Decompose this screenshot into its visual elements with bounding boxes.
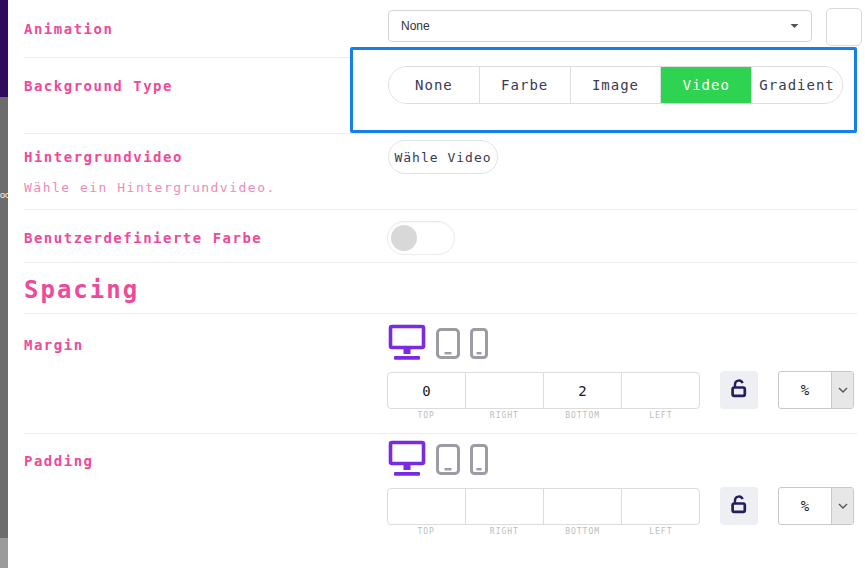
animation-label: Animation	[24, 21, 113, 37]
background-page-strip-top	[0, 0, 8, 97]
margin-inputs	[387, 372, 700, 409]
background-type-option-image[interactable]: Image	[571, 67, 662, 103]
background-video-description: Wähle ein Hintergrundvideo.	[24, 180, 276, 195]
margin-right-input[interactable]	[466, 373, 543, 408]
padding-top-caption: TOP	[387, 527, 465, 536]
animation-select[interactable]: None	[388, 10, 812, 42]
desktop-icon[interactable]	[388, 440, 426, 477]
mobile-icon[interactable]	[470, 328, 488, 359]
chevron-down-icon	[831, 372, 853, 408]
margin-left-input[interactable]	[622, 373, 699, 408]
toggle-knob	[391, 225, 417, 251]
padding-right-input[interactable]	[466, 489, 543, 524]
row-divider	[24, 133, 857, 134]
tablet-icon[interactable]	[436, 444, 460, 475]
settings-panel: oc Animation None Background Type None F…	[0, 0, 865, 568]
background-type-option-none[interactable]: None	[389, 67, 480, 103]
padding-unit-value: %	[779, 488, 831, 524]
margin-link-values-button[interactable]	[720, 371, 758, 409]
background-video-label: Hintergrundvideo	[24, 149, 183, 165]
background-type-label: Background Type	[24, 78, 173, 94]
background-type-button-group: None Farbe Image Video Gradient	[388, 66, 843, 104]
padding-bottom-caption: BOTTOM	[544, 527, 622, 536]
desktop-icon[interactable]	[388, 324, 426, 361]
padding-top-input[interactable]	[388, 489, 465, 524]
padding-unit-select[interactable]: %	[778, 487, 854, 525]
background-page-strip-bottom	[0, 538, 8, 568]
margin-device-switcher	[388, 324, 488, 361]
padding-inputs	[387, 488, 700, 525]
row-divider	[24, 313, 857, 314]
row-divider	[24, 262, 857, 263]
padding-device-switcher	[388, 440, 488, 477]
padding-label: Padding	[24, 453, 94, 469]
row-divider	[24, 433, 857, 434]
background-page-strip: oc	[0, 0, 8, 568]
background-type-option-gradient[interactable]: Gradient	[752, 67, 842, 103]
margin-label: Margin	[24, 337, 84, 353]
margin-bottom-caption: BOTTOM	[544, 411, 622, 420]
padding-side-labels: TOP RIGHT BOTTOM LEFT	[387, 527, 700, 536]
unlock-icon	[729, 494, 749, 518]
choose-video-button[interactable]: Wähle Video	[388, 140, 498, 174]
empty-swatch-box[interactable]	[826, 8, 862, 46]
padding-bottom-input[interactable]	[544, 489, 621, 524]
margin-side-labels: TOP RIGHT BOTTOM LEFT	[387, 411, 700, 420]
margin-unit-select[interactable]: %	[778, 371, 854, 409]
padding-right-caption: RIGHT	[465, 527, 543, 536]
padding-left-input[interactable]	[622, 489, 699, 524]
padding-link-values-button[interactable]	[720, 487, 758, 525]
custom-color-toggle[interactable]	[387, 221, 455, 255]
margin-right-caption: RIGHT	[465, 411, 543, 420]
background-type-option-farbe[interactable]: Farbe	[480, 67, 571, 103]
chevron-down-icon	[831, 488, 853, 524]
padding-left-caption: LEFT	[622, 527, 700, 536]
margin-bottom-input[interactable]	[544, 373, 621, 408]
custom-color-label: Benutzerdefinierte Farbe	[24, 230, 262, 246]
margin-top-input[interactable]	[388, 373, 465, 408]
margin-unit-value: %	[779, 372, 831, 408]
spacing-heading: Spacing	[24, 276, 139, 304]
chevron-down-icon	[790, 23, 799, 29]
mobile-icon[interactable]	[470, 444, 488, 475]
margin-top-caption: TOP	[387, 411, 465, 420]
margin-left-caption: LEFT	[622, 411, 700, 420]
animation-select-value: None	[401, 19, 430, 33]
row-divider	[24, 209, 857, 210]
tablet-icon[interactable]	[436, 328, 460, 359]
background-type-option-video[interactable]: Video	[661, 67, 752, 103]
unlock-icon	[729, 378, 749, 402]
background-text-fragment: oc	[0, 191, 10, 200]
